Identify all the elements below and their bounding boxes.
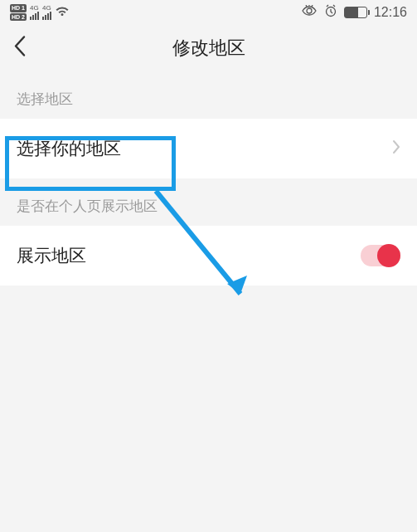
chevron-right-icon (392, 139, 400, 159)
page-title: 修改地区 (172, 36, 245, 61)
back-button[interactable] (13, 36, 27, 61)
status-time: 12:16 (374, 5, 407, 20)
toggle-knob (377, 244, 400, 267)
display-region-label: 展示地区 (17, 244, 86, 267)
sim1-net-label: 4G (30, 5, 39, 12)
sim2-signal: 4G (42, 5, 51, 20)
chevron-left-icon (13, 36, 27, 57)
hd1-badge: HD 1 (10, 4, 27, 12)
hd-badges: HD 1 HD 2 (10, 4, 27, 20)
display-region-row: 展示地区 (0, 226, 417, 286)
section-header-region: 选择地区 (0, 71, 417, 119)
signal-bars-icon (30, 12, 39, 20)
select-region-label: 选择你的地区 (17, 137, 121, 160)
nav-bar: 修改地区 (0, 25, 417, 71)
select-region-row[interactable]: 选择你的地区 (0, 119, 417, 178)
status-left: HD 1 HD 2 4G 4G (10, 4, 70, 20)
hd2-badge: HD 2 (10, 13, 27, 21)
eye-icon (301, 5, 318, 20)
sim2-net-label: 4G (42, 5, 51, 12)
sim1-signal: 4G (30, 5, 39, 20)
battery-icon (344, 7, 367, 18)
alarm-icon (324, 4, 337, 21)
status-bar: HD 1 HD 2 4G 4G 12:16 (0, 0, 417, 25)
status-right: 12:16 (301, 4, 407, 21)
display-region-toggle[interactable] (361, 245, 400, 266)
signal-bars-icon (42, 12, 51, 20)
section-header-display: 是否在个人页展示地区 (0, 178, 417, 226)
wifi-icon (55, 5, 70, 20)
